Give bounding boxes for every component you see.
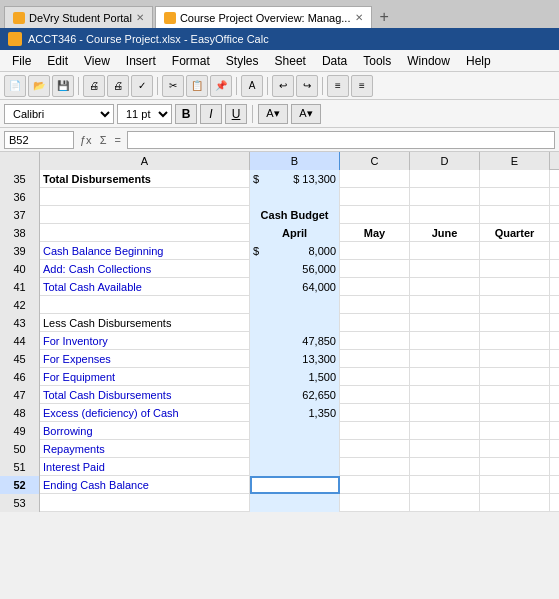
tab-devry[interactable]: DeVry Student Portal ✕	[4, 6, 153, 28]
cell-38-e[interactable]: Quarter	[480, 224, 550, 242]
cell-36-a[interactable]	[40, 188, 250, 206]
cell-50-b[interactable]	[250, 440, 340, 458]
menu-file[interactable]: File	[4, 52, 39, 70]
align-left-button[interactable]: ≡	[327, 75, 349, 97]
cell-40-d[interactable]	[410, 260, 480, 278]
font-color-button[interactable]: A	[241, 75, 263, 97]
cell-52-b[interactable]	[250, 476, 340, 494]
cell-37-a[interactable]	[40, 206, 250, 224]
cell-45-b[interactable]: 13,300	[250, 350, 340, 368]
cell-38-b[interactable]: April	[250, 224, 340, 242]
font-color-a-button[interactable]: A▾	[258, 104, 288, 124]
cell-37-b[interactable]: Cash Budget	[250, 206, 340, 224]
col-header-d[interactable]: D	[410, 152, 480, 170]
font-name-select[interactable]: Calibri	[4, 104, 114, 124]
undo-button[interactable]: ↩	[272, 75, 294, 97]
copy-button[interactable]: 📋	[186, 75, 208, 97]
menu-tools[interactable]: Tools	[355, 52, 399, 70]
cell-47-a[interactable]: Total Cash Disbursements	[40, 386, 250, 404]
cell-40-b[interactable]: 56,000	[250, 260, 340, 278]
new-tab-button[interactable]: +	[372, 6, 397, 28]
tab-course-close[interactable]: ✕	[355, 12, 363, 23]
menu-edit[interactable]: Edit	[39, 52, 76, 70]
cell-41-e[interactable]	[480, 278, 550, 296]
cell-35-b[interactable]: $$ 13,300	[250, 170, 340, 188]
cell-37-e[interactable]	[480, 206, 550, 224]
cell-35-c[interactable]	[340, 170, 410, 188]
new-button[interactable]: 📄	[4, 75, 26, 97]
menu-insert[interactable]: Insert	[118, 52, 164, 70]
cell-36-b[interactable]	[250, 188, 340, 206]
cell-43-a[interactable]: Less Cash Disbursements	[40, 314, 250, 332]
cell-37-d[interactable]	[410, 206, 480, 224]
cell-41-b[interactable]: 64,000	[250, 278, 340, 296]
col-header-e[interactable]: E	[480, 152, 550, 170]
cell-38-a[interactable]	[40, 224, 250, 242]
italic-button[interactable]: I	[200, 104, 222, 124]
paste-button[interactable]: 📌	[210, 75, 232, 97]
col-header-c[interactable]: C	[340, 152, 410, 170]
cell-50-a[interactable]: Repayments	[40, 440, 250, 458]
cell-37-c[interactable]	[340, 206, 410, 224]
cell-47-b[interactable]: 62,650	[250, 386, 340, 404]
formula-input[interactable]	[127, 131, 555, 149]
tab-devry-close[interactable]: ✕	[136, 12, 144, 23]
font-size-select[interactable]: 11 pt	[117, 104, 172, 124]
menu-data[interactable]: Data	[314, 52, 355, 70]
cell-41-c[interactable]	[340, 278, 410, 296]
cell-41-d[interactable]	[410, 278, 480, 296]
cell-51-a[interactable]: Interest Paid	[40, 458, 250, 476]
cell-44-a[interactable]: For Inventory	[40, 332, 250, 350]
cell-48-b[interactable]: 1,350	[250, 404, 340, 422]
cut-button[interactable]: ✂	[162, 75, 184, 97]
cell-49-b[interactable]	[250, 422, 340, 440]
menu-styles[interactable]: Styles	[218, 52, 267, 70]
tab-course[interactable]: Course Project Overview: Manag... ✕	[155, 6, 372, 28]
spell-button[interactable]: ✓	[131, 75, 153, 97]
function-icon[interactable]: ƒx	[78, 134, 94, 146]
cell-49-a[interactable]: Borrowing	[40, 422, 250, 440]
cell-44-b[interactable]: 47,850	[250, 332, 340, 350]
cell-40-a[interactable]: Add: Cash Collections	[40, 260, 250, 278]
cell-52-a[interactable]: Ending Cash Balance	[40, 476, 250, 494]
cell-36-e[interactable]	[480, 188, 550, 206]
menu-help[interactable]: Help	[458, 52, 499, 70]
open-button[interactable]: 📂	[28, 75, 50, 97]
sigma-icon[interactable]: Σ	[98, 134, 109, 146]
name-box[interactable]	[4, 131, 74, 149]
cell-35-a[interactable]: Total Disbursements	[40, 170, 250, 188]
bold-button[interactable]: B	[175, 104, 197, 124]
cell-51-b[interactable]	[250, 458, 340, 476]
col-header-b[interactable]: B	[250, 152, 340, 170]
cell-39-d[interactable]	[410, 242, 480, 260]
menu-format[interactable]: Format	[164, 52, 218, 70]
cell-39-b[interactable]: $8,000	[250, 242, 340, 260]
cell-45-a[interactable]: For Expenses	[40, 350, 250, 368]
cell-36-d[interactable]	[410, 188, 480, 206]
cell-35-d[interactable]	[410, 170, 480, 188]
cell-35-e[interactable]	[480, 170, 550, 188]
save-button[interactable]: 💾	[52, 75, 74, 97]
cell-46-b[interactable]: 1,500	[250, 368, 340, 386]
cell-38-c[interactable]: May	[340, 224, 410, 242]
equals-icon[interactable]: =	[112, 134, 122, 146]
menu-window[interactable]: Window	[399, 52, 458, 70]
cell-38-d[interactable]: June	[410, 224, 480, 242]
align-right-button[interactable]: ≡	[351, 75, 373, 97]
redo-button[interactable]: ↪	[296, 75, 318, 97]
menu-sheet[interactable]: Sheet	[267, 52, 314, 70]
highlight-button[interactable]: A▾	[291, 104, 321, 124]
cell-39-e[interactable]	[480, 242, 550, 260]
menu-view[interactable]: View	[76, 52, 118, 70]
cell-39-c[interactable]	[340, 242, 410, 260]
cell-48-a[interactable]: Excess (deficiency) of Cash	[40, 404, 250, 422]
print-button[interactable]: 🖨	[107, 75, 129, 97]
cell-46-a[interactable]: For Equipment	[40, 368, 250, 386]
cell-40-e[interactable]	[480, 260, 550, 278]
cell-36-c[interactable]	[340, 188, 410, 206]
underline-button[interactable]: U	[225, 104, 247, 124]
cell-41-a[interactable]: Total Cash Available	[40, 278, 250, 296]
cell-39-a[interactable]: Cash Balance Beginning	[40, 242, 250, 260]
col-header-a[interactable]: A	[40, 152, 250, 170]
print-preview-button[interactable]: 🖨	[83, 75, 105, 97]
